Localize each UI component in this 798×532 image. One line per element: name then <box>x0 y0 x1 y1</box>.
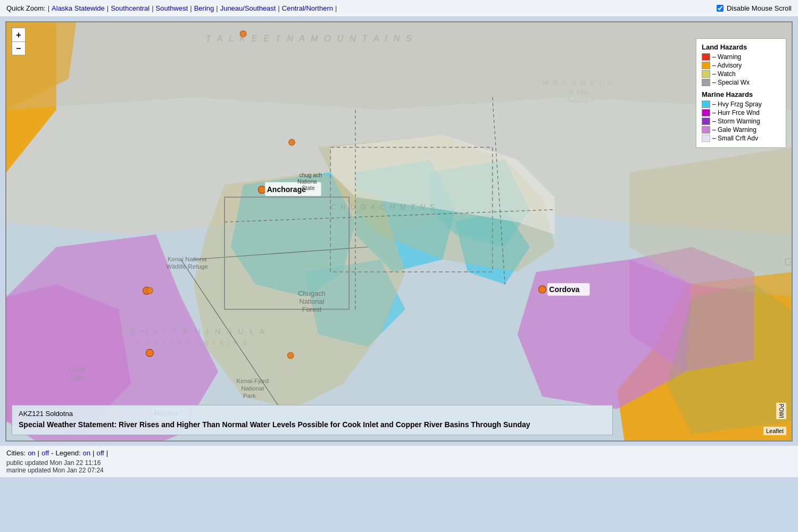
svg-text:National: National <box>299 297 324 305</box>
info-message: Special Weather Statement: River Rises a… <box>19 420 606 430</box>
svg-text:Park: Park <box>243 392 256 399</box>
watch-label: – Watch <box>712 70 736 78</box>
hvy-frzg-swatch <box>702 101 710 108</box>
warning-label: – Warning <box>712 53 741 61</box>
zoom-controls: + – <box>12 28 26 55</box>
bottom-bar: Cities: on | off - Legend: on | off | pu… <box>0 446 798 477</box>
special-wx-label: – Special Wx <box>712 79 750 86</box>
powered-label: POWI <box>778 404 784 418</box>
cities-dash: - <box>51 449 53 457</box>
svg-text:St. Elias: St. Elias <box>567 88 590 95</box>
gale-warning-label: – Gale Warning <box>712 126 757 134</box>
hvy-frzg-label: – Hvy Frzg Spray <box>712 101 762 108</box>
legend-on-link[interactable]: on <box>83 449 90 457</box>
legend-hvy-frzg: – Hvy Frzg Spray <box>702 101 780 108</box>
svg-point-37 <box>289 139 295 146</box>
svg-text:T A L K E E T N A   M O U N T : T A L K E E T N A M O U N T A I N S <box>206 34 413 43</box>
disable-scroll-checkbox[interactable] <box>717 5 724 12</box>
storm-warning-swatch <box>702 118 710 125</box>
leaflet-attribution: Leaflet <box>763 427 786 435</box>
marine-update: marine updated Mon Jan 22 07:24 <box>6 467 792 474</box>
legend-marine-title: Marine Hazards <box>702 90 780 98</box>
quick-zoom-bar: Quick Zoom: | Alaska Statewide | Southce… <box>0 0 798 17</box>
public-update: public updated Mon Jan 22 11:16 <box>6 459 792 467</box>
svg-text:Cook: Cook <box>69 365 87 373</box>
svg-text:C H U G A C H   M T N S: C H U G A C H M T N S <box>330 203 436 211</box>
zoom-link-alaska[interactable]: Alaska Statewide <box>52 4 105 12</box>
svg-text:W R A N G E L L: W R A N G E L L <box>542 79 612 87</box>
info-box: AKZ121 Soldotna Special Weather Statemen… <box>12 405 613 435</box>
cities-off-link[interactable]: off <box>41 449 49 457</box>
legend-label: Legend: <box>56 449 81 457</box>
svg-text:G: G <box>784 255 792 268</box>
zoom-in-button[interactable]: + <box>12 28 26 41</box>
zoom-out-button[interactable]: – <box>12 41 26 55</box>
legend-special-wx: – Special Wx <box>702 79 780 86</box>
map-legend: Land Hazards – Warning – Advisory – Watc… <box>696 38 786 148</box>
legend-end: | <box>106 449 108 457</box>
watch-swatch <box>702 70 710 78</box>
leaflet-label: Leaflet <box>766 428 784 434</box>
legend-storm-warning: – Storm Warning <box>702 118 780 125</box>
warning-swatch <box>702 53 710 61</box>
map-container[interactable]: + – <box>5 21 793 442</box>
advisory-swatch <box>702 62 710 69</box>
map-svg: T A L K E E T N A M O U N T A I N S C H … <box>6 22 792 440</box>
svg-point-33 <box>538 286 546 293</box>
zoom-link-juneau[interactable]: Juneau/Southeast <box>220 4 276 12</box>
gale-warning-swatch <box>702 126 710 134</box>
special-wx-swatch <box>702 79 710 86</box>
svg-text:K E N A I   M O U N T A I N S: K E N A I M O U N T A I N S <box>137 339 248 346</box>
svg-point-26 <box>258 186 265 193</box>
zoom-link-central[interactable]: Central/Northern <box>282 4 333 12</box>
legend-small-crft: – Small Crft Adv <box>702 135 780 142</box>
svg-text:Wildlife Refuge: Wildlife Refuge <box>166 263 208 270</box>
hurr-frce-swatch <box>702 109 710 117</box>
zoom-link-bering[interactable]: Bering <box>194 4 214 12</box>
svg-text:chug ach: chug ach <box>300 172 322 178</box>
svg-text:Nationa: Nationa <box>297 178 317 185</box>
svg-text:National: National <box>241 385 264 392</box>
info-zone: AKZ121 Soldotna <box>19 410 606 418</box>
svg-text:Cordova: Cordova <box>549 285 579 294</box>
cities-sep: | <box>38 449 39 457</box>
disable-scroll-container: Disable Mouse Scroll <box>717 4 792 12</box>
legend-advisory: – Advisory <box>702 62 780 69</box>
svg-text:Forest: Forest <box>302 305 322 313</box>
zoom-link-southwest[interactable]: Southwest <box>156 4 188 12</box>
svg-text:Inlet: Inlet <box>71 373 85 382</box>
svg-point-36 <box>240 31 246 37</box>
svg-point-38 <box>287 352 294 359</box>
disable-scroll-label[interactable]: Disable Mouse Scroll <box>727 4 792 12</box>
cities-row: Cities: on | off - Legend: on | off | <box>6 449 792 457</box>
svg-text:State: State <box>302 185 315 191</box>
cities-on-link[interactable]: on <box>28 449 35 457</box>
svg-text:Kenai Nationa: Kenai Nationa <box>168 255 207 262</box>
svg-text:K E N A I   P E N I N S U L A: K E N A I P E N I N S U L A <box>119 327 267 336</box>
svg-text:Kenai-Fjord: Kenai-Fjord <box>236 377 269 384</box>
legend-gale-warning: – Gale Warning <box>702 126 780 134</box>
cities-label: Cities: <box>6 449 26 457</box>
legend-sep: | <box>93 449 94 457</box>
advisory-label: – Advisory <box>712 62 742 69</box>
legend-watch: – Watch <box>702 70 780 78</box>
quick-zoom-label: Quick Zoom: <box>6 4 46 12</box>
legend-warning: – Warning <box>702 53 780 61</box>
zoom-link-southcentral[interactable]: Southcentral <box>111 4 149 12</box>
legend-off-link[interactable]: off <box>96 449 104 457</box>
hurr-frce-label: – Hurr Frce Wnd <box>712 109 760 117</box>
small-crft-swatch <box>702 135 710 142</box>
legend-land-title: Land Hazards <box>702 43 780 51</box>
storm-warning-label: – Storm Warning <box>712 118 760 125</box>
svg-text:Chugach: Chugach <box>298 289 326 297</box>
svg-text:Nationa P: Nationa P <box>567 97 595 104</box>
legend-hurr-frce: – Hurr Frce Wnd <box>702 109 780 117</box>
small-crft-label: – Small Crft Adv <box>712 135 758 142</box>
svg-text:Anchorage: Anchorage <box>267 185 306 194</box>
powered-by: POWI <box>776 403 786 419</box>
svg-point-39 <box>147 287 153 294</box>
svg-point-30 <box>146 349 153 356</box>
